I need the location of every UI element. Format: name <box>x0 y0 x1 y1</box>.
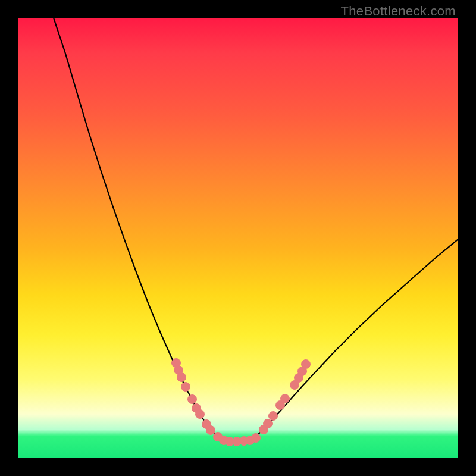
data-point <box>269 412 278 421</box>
data-point <box>177 373 186 382</box>
data-point <box>196 410 205 419</box>
right-curve-path <box>253 239 458 438</box>
data-point <box>181 383 190 392</box>
curve-overlay <box>18 18 458 458</box>
data-points-group <box>172 359 311 446</box>
left-curve-path <box>54 18 220 438</box>
data-point <box>264 419 273 428</box>
data-point <box>281 394 290 403</box>
data-point <box>252 434 261 443</box>
data-point <box>206 426 215 435</box>
chart-frame: TheBottleneck.com <box>0 0 476 476</box>
data-point <box>302 360 311 369</box>
gradient-plot-area <box>18 18 458 458</box>
data-point <box>188 395 197 404</box>
watermark-text: TheBottleneck.com <box>341 4 456 19</box>
